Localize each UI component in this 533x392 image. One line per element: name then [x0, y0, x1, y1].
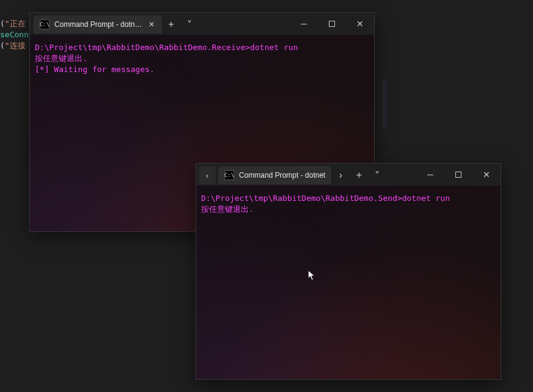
tab-strip: C:\ Command Prompt - dotnet › + ˅: [217, 164, 416, 186]
plus-icon: +: [168, 19, 174, 30]
code-paren: (: [0, 19, 5, 28]
title-bar[interactable]: C:\ Command Prompt - dotnet run ✕ + ˅ ✕: [30, 13, 374, 35]
chevron-right-icon: ›: [339, 170, 342, 181]
ide-code-snippet: ("正在 seConn ("连接: [0, 18, 29, 51]
maximize-button[interactable]: [444, 164, 472, 186]
minimize-icon: [301, 24, 307, 24]
terminal-body[interactable]: D:\Project\tmp\RabbitDemo\RabbitDemo.Sen…: [196, 186, 501, 379]
tab-strip: C:\ Command Prompt - dotnet run ✕ + ˅: [30, 13, 290, 35]
cmd-icon: C:\: [40, 20, 50, 29]
chevron-down-icon: ˅: [187, 19, 192, 31]
minimize-button[interactable]: [290, 13, 318, 35]
terminal-line: 按任意键退出.: [201, 204, 496, 215]
tab-dropdown-button[interactable]: ˅: [368, 165, 386, 186]
code-member: seConn: [0, 30, 29, 39]
terminal-line: [*] Waiting for messages.: [35, 64, 369, 75]
maximize-button[interactable]: [318, 13, 346, 35]
mouse-cursor-icon: [307, 270, 316, 282]
tab-title: Command Prompt - dotnet: [239, 171, 325, 180]
window-controls: ✕: [290, 13, 374, 35]
close-tab-icon[interactable]: ✕: [147, 20, 156, 29]
ide-minimap: [382, 79, 387, 128]
terminal-line: D:\Project\tmp\RabbitDemo\RabbitDemo.Rec…: [35, 42, 369, 53]
title-bar[interactable]: ‹ C:\ Command Prompt - dotnet › + ˅ ✕: [196, 164, 501, 186]
maximize-icon: [329, 21, 335, 27]
minimize-icon: [427, 175, 433, 175]
maximize-icon: [455, 172, 461, 178]
tab-forward-button[interactable]: ›: [331, 165, 350, 186]
chevron-left-icon: ‹: [206, 171, 208, 180]
tab-title: Command Prompt - dotnet run: [54, 20, 142, 29]
close-icon: ✕: [483, 170, 490, 179]
code-string-2: "连接: [5, 41, 26, 50]
terminal-window-send[interactable]: ‹ C:\ Command Prompt - dotnet › + ˅ ✕ D:…: [196, 163, 501, 380]
terminal-line: 按任意键退出.: [35, 53, 369, 64]
minimize-button[interactable]: [416, 164, 444, 186]
window-controls: ✕: [416, 164, 501, 186]
tab-active[interactable]: C:\ Command Prompt - dotnet: [218, 166, 331, 184]
close-button[interactable]: ✕: [472, 164, 501, 186]
terminal-line: D:\Project\tmp\RabbitDemo\RabbitDemo.Sen…: [201, 193, 496, 204]
tab-back-button[interactable]: ‹: [199, 166, 216, 184]
tab-active[interactable]: C:\ Command Prompt - dotnet run ✕: [34, 15, 162, 34]
code-string: "正在: [5, 19, 26, 28]
code-paren-2: (: [0, 41, 5, 50]
close-icon: ✕: [356, 20, 364, 28]
close-button[interactable]: ✕: [346, 13, 374, 35]
tab-dropdown-button[interactable]: ˅: [180, 14, 199, 35]
chevron-down-icon: ˅: [375, 170, 380, 181]
cmd-icon: C:\: [224, 170, 234, 180]
plus-icon: +: [356, 170, 362, 181]
new-tab-button[interactable]: +: [162, 14, 180, 35]
new-tab-button[interactable]: +: [350, 165, 368, 186]
